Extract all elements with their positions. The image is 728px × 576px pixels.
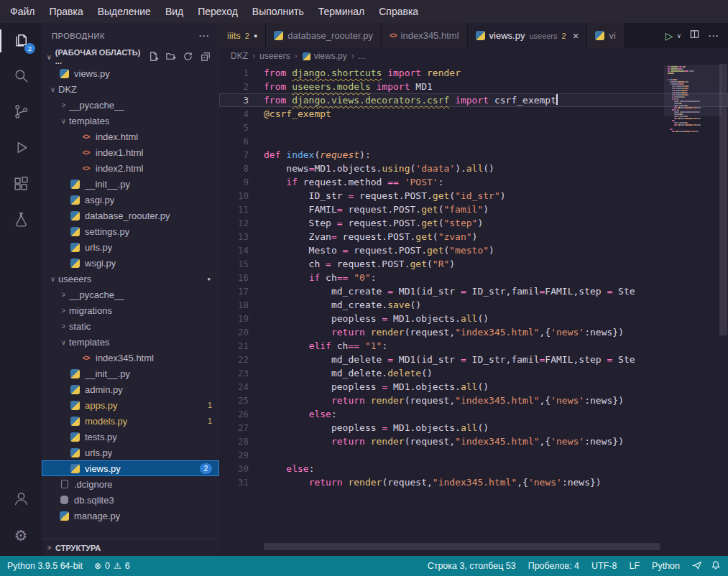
run-debug-activity-button[interactable] — [0, 131, 42, 167]
problems-indicator[interactable]: ⊗ 0 ⚠ 6 — [94, 561, 130, 571]
breadcrumb-item[interactable]: ... — [359, 51, 366, 61]
code-line-16[interactable]: 16 if ch== "0": — [219, 271, 728, 284]
tree-item-templates[interactable]: ∨templates — [42, 113, 219, 129]
code-line-15[interactable]: 15 ch = request.POST.get("R") — [219, 257, 728, 271]
menu-item-7[interactable]: Справка — [372, 0, 425, 23]
tree-item-__pycache__[interactable]: >__pycache__ — [42, 97, 219, 113]
tree-item-useeers[interactable]: ∨useeers● — [42, 271, 219, 287]
code-line-1[interactable]: 1from django.shortcuts import render — [219, 66, 728, 80]
code-line-8[interactable]: 8 news=MD1.objects.using('daata').all() — [219, 162, 728, 175]
vertical-scrollbar-thumb[interactable] — [719, 64, 727, 335]
settings-button[interactable]: ⚙ — [0, 517, 42, 553]
code-line-31[interactable]: 31 return render(request,"index345.html"… — [219, 475, 728, 489]
code-line-26[interactable]: 26 else: — [219, 407, 728, 421]
new-file-icon[interactable] — [148, 51, 159, 63]
tree-item-urls.py[interactable]: urls.py — [42, 239, 219, 255]
eol-indicator[interactable]: LF — [629, 561, 640, 571]
outline-section-header[interactable]: > СТРУКТУРА — [42, 539, 219, 556]
more-actions-icon[interactable]: ⋯ — [198, 29, 209, 42]
code-line-12[interactable]: 12 Step = request.POST.get("step") — [219, 216, 728, 230]
rocket-icon[interactable] — [692, 560, 702, 572]
tree-item-admin.py[interactable]: admin.py — [42, 381, 219, 397]
testing-activity-button[interactable] — [0, 203, 42, 238]
code-line-9[interactable]: 9 if request.method == 'POST': — [219, 175, 728, 189]
tree-item-wsgi.py[interactable]: wsgi.py — [42, 255, 219, 271]
search-activity-button[interactable] — [0, 59, 42, 95]
menu-item-5[interactable]: Выполнить — [245, 0, 311, 23]
tree-item-urls.py[interactable]: urls.py — [42, 445, 219, 460]
menu-item-1[interactable]: Правка — [42, 0, 90, 23]
account-button[interactable] — [0, 481, 42, 517]
code-line-3[interactable]: 3from django.views.decorators.csrf impor… — [219, 93, 728, 107]
code-line-18[interactable]: 18 md_create.save() — [219, 298, 728, 312]
code-line-19[interactable]: 19 peopless = MD1.objects.all() — [219, 312, 728, 325]
tree-item-index1.html[interactable]: <>index1.html — [42, 144, 219, 160]
tree-item-apps.py[interactable]: apps.py1 — [42, 397, 219, 413]
notifications-bell-icon[interactable] — [711, 560, 721, 572]
workspace-section-header[interactable]: ∨ (РАБОЧАЯ ОБЛАСТЬ) ... — [42, 48, 219, 65]
collapse-all-icon[interactable] — [200, 51, 211, 63]
tree-item-tests.py[interactable]: tests.py — [42, 429, 219, 445]
menu-item-0[interactable]: Файл — [3, 0, 42, 23]
code-line-22[interactable]: 22 md_delete = MD1(id_str = ID_str,famil… — [219, 353, 728, 366]
tree-item-index.html[interactable]: <>index.html — [42, 129, 219, 144]
code-line-4[interactable]: 4@csrf_exempt — [219, 107, 728, 121]
code-line-30[interactable]: 30 else: — [219, 462, 728, 475]
code-line-23[interactable]: 23 md_delete.delete() — [219, 366, 728, 380]
code-line-17[interactable]: 17 md_create = MD1(id_str = ID_str,famil… — [219, 284, 728, 298]
menu-item-4[interactable]: Переход — [190, 0, 245, 23]
more-actions-icon[interactable]: ⋯ — [708, 29, 719, 42]
tree-item-asgi.py[interactable]: asgi.py — [42, 192, 219, 208]
menu-item-6[interactable]: Терминал — [311, 0, 372, 23]
tab-index345.html[interactable]: <>index345.html — [382, 23, 468, 48]
code-line-29[interactable]: 29 — [219, 448, 728, 462]
indentation-indicator[interactable]: Пробелов: 4 — [528, 561, 579, 571]
tab-vi[interactable]: vi — [587, 23, 624, 48]
breadcrumb-item[interactable]: DKZ — [231, 51, 248, 61]
code-line-13[interactable]: 13 Zvan= request.POST.get("zvan") — [219, 230, 728, 243]
menu-item-2[interactable]: Выделение — [91, 0, 158, 23]
split-editor-icon[interactable] — [689, 29, 700, 42]
code-line-7[interactable]: 7def index(request): — [219, 148, 728, 162]
code-line-27[interactable]: 27 peopless = MD1.objects.all() — [219, 421, 728, 435]
tree-item-database_roouter.py[interactable]: database_roouter.py — [42, 208, 219, 223]
code-line-2[interactable]: 2from useeers.models import MD1 — [219, 80, 728, 93]
new-folder-icon[interactable] — [165, 51, 176, 63]
code-line-5[interactable]: 5 — [219, 121, 728, 134]
horizontal-scrollbar-thumb[interactable] — [264, 543, 660, 550]
tree-item-models.py[interactable]: models.py1 — [42, 413, 219, 429]
tree-item-static[interactable]: >static — [42, 318, 219, 334]
vertical-scrollbar[interactable] — [719, 64, 728, 556]
tab-views.py[interactable]: views.pyuseeers2× — [468, 23, 588, 48]
run-dropdown-icon[interactable]: ∨ — [676, 32, 681, 40]
code-line-20[interactable]: 20 return render(request,"index345.html"… — [219, 325, 728, 339]
code-line-25[interactable]: 25 return render(request,"index345.html"… — [219, 394, 728, 407]
cursor-position-indicator[interactable]: Строка 3, столбец 53 — [428, 561, 516, 571]
breadcrumb-item[interactable]: views.py — [302, 51, 347, 61]
tree-item-.dcignore[interactable]: .dcignore — [42, 476, 219, 492]
refresh-icon[interactable] — [183, 51, 193, 63]
menu-item-3[interactable]: Вид — [158, 0, 190, 23]
tab-database_roouter.py[interactable]: database_roouter.py — [266, 23, 382, 48]
tree-item-index2.html[interactable]: <>index2.html — [42, 160, 219, 176]
tree-item-settings.py[interactable]: settings.py — [42, 223, 219, 239]
tree-item-migrations[interactable]: >migrations — [42, 302, 219, 318]
tree-item-__init__.py[interactable]: __init__.py — [42, 366, 219, 381]
source-control-activity-button[interactable] — [0, 95, 42, 131]
minimap[interactable] — [668, 66, 718, 133]
tree-item-views.py[interactable]: views.py2 — [42, 460, 219, 476]
tree-item-index345.html[interactable]: <>index345.html — [42, 350, 219, 366]
code-editor[interactable]: 1from django.shortcuts import render2fro… — [219, 64, 728, 556]
close-icon[interactable]: × — [573, 29, 579, 42]
python-interpreter-indicator[interactable]: Python 3.9.5 64-bit — [7, 561, 83, 571]
tab-iiits[interactable]: iiits2● — [219, 23, 266, 48]
encoding-indicator[interactable]: UTF-8 — [591, 561, 617, 571]
extensions-activity-button[interactable] — [0, 167, 42, 203]
breadcrumb-item[interactable]: useeers — [259, 51, 290, 61]
tree-item-__init__.py[interactable]: __init__.py — [42, 176, 219, 192]
code-line-14[interactable]: 14 Mesto = request.POST.get("mesto") — [219, 243, 728, 257]
code-line-10[interactable]: 10 ID_str = request.POST.get("id_str") — [219, 189, 728, 203]
tree-item-db.sqlite3[interactable]: db.sqlite3 — [42, 492, 219, 508]
code-line-6[interactable]: 6 — [219, 134, 728, 148]
code-line-28[interactable]: 28 return render(request,"index345.html"… — [219, 435, 728, 448]
